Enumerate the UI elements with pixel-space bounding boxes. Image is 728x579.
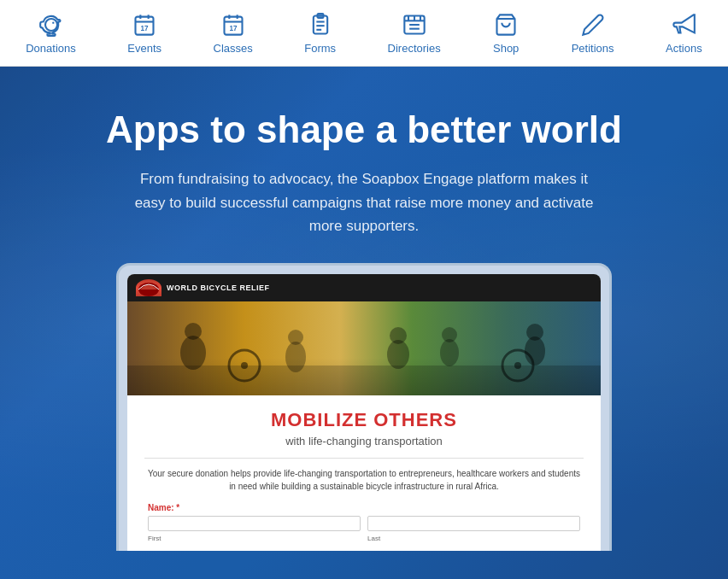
svg-text:17: 17 (141, 25, 150, 32)
nav-item-shop[interactable]: Shop (484, 8, 528, 58)
svg-point-0 (52, 22, 54, 24)
hero-content: Apps to shape a better world From fundra… (106, 67, 622, 263)
screen-divider (144, 458, 584, 459)
nav-label-shop: Shop (493, 42, 519, 55)
hero-title: Apps to shape a better world (106, 109, 622, 150)
megaphone-icon (670, 11, 697, 38)
last-name-label: Last (367, 535, 580, 542)
svg-point-33 (241, 362, 248, 369)
screen-hero-image (127, 301, 601, 395)
nav-label-classes: Classes (214, 42, 253, 55)
svg-point-28 (180, 336, 206, 370)
laptop-screen: WORLD BICYCLE RELIEF (127, 274, 601, 551)
org-logo-icon (136, 279, 161, 296)
screen-campaign-title: MOBILIZE OTHERS (144, 409, 584, 431)
svg-point-34 (387, 340, 409, 369)
svg-point-39 (514, 362, 521, 369)
directories-icon (401, 11, 428, 38)
svg-point-35 (390, 327, 407, 344)
calendar-events-icon: 17 (131, 11, 158, 38)
nav-label-forms: Forms (304, 42, 336, 55)
laptop-frame: WORLD BICYCLE RELIEF (116, 263, 612, 551)
svg-rect-26 (127, 301, 601, 395)
svg-point-32 (229, 350, 260, 381)
form-last-name-input[interactable] (367, 516, 580, 531)
nav-item-classes[interactable]: 17 Classes (205, 8, 261, 58)
svg-rect-27 (127, 366, 601, 395)
nav-label-donations: Donations (26, 42, 76, 55)
svg-point-37 (442, 327, 457, 342)
nav-item-events[interactable]: 17 Events (119, 8, 170, 58)
nav-item-donations[interactable]: Donations (17, 8, 85, 58)
first-name-label: First (148, 535, 361, 542)
laptop-mockup: WORLD BICYCLE RELIEF (116, 263, 612, 551)
svg-point-40 (525, 336, 545, 366)
svg-text:17: 17 (229, 25, 238, 32)
nav-item-petitions[interactable]: Petitions (563, 8, 623, 58)
form-name-label: Name: * (148, 503, 580, 512)
shop-bag-icon (492, 11, 520, 38)
pen-petition-icon (579, 11, 607, 38)
clipboard-icon (307, 11, 334, 38)
svg-point-29 (185, 323, 202, 340)
form-name-fields (148, 516, 580, 531)
donation-form: Name: * First Last (144, 503, 584, 542)
calendar-classes-icon: 17 (220, 11, 247, 38)
screen-campaign-subtitle: with life-changing transportation (144, 435, 584, 447)
hero-section: Apps to shape a better world From fundra… (0, 67, 728, 579)
svg-point-30 (285, 342, 306, 372)
form-field-labels: First Last (148, 535, 580, 542)
screen-description: Your secure donation helps provide life-… (144, 467, 584, 493)
hero-subtitle: From fundraising to advocacy, the Soapbo… (125, 167, 603, 237)
piggy-bank-icon (38, 11, 65, 38)
screen-body: MOBILIZE OTHERS with life-changing trans… (127, 395, 601, 551)
svg-point-36 (440, 339, 459, 366)
form-first-name-input[interactable] (148, 516, 361, 531)
nav-item-actions[interactable]: Actions (657, 8, 711, 58)
nav-label-events: Events (127, 42, 161, 55)
nav-item-directories[interactable]: Directories (379, 8, 449, 58)
org-name: WORLD BICYCLE RELIEF (167, 284, 270, 292)
org-logo: WORLD BICYCLE RELIEF (136, 279, 270, 296)
svg-point-31 (288, 330, 303, 345)
screen-header: WORLD BICYCLE RELIEF (127, 274, 601, 301)
nav-label-directories: Directories (388, 42, 441, 55)
nav-item-forms[interactable]: Forms (296, 8, 344, 58)
nav-label-actions: Actions (666, 42, 702, 55)
nav-label-petitions: Petitions (572, 42, 614, 55)
svg-point-41 (526, 324, 543, 341)
svg-point-38 (502, 350, 533, 381)
navigation-bar: Donations 17 Events 17 Classes Forms Dir… (0, 0, 728, 67)
